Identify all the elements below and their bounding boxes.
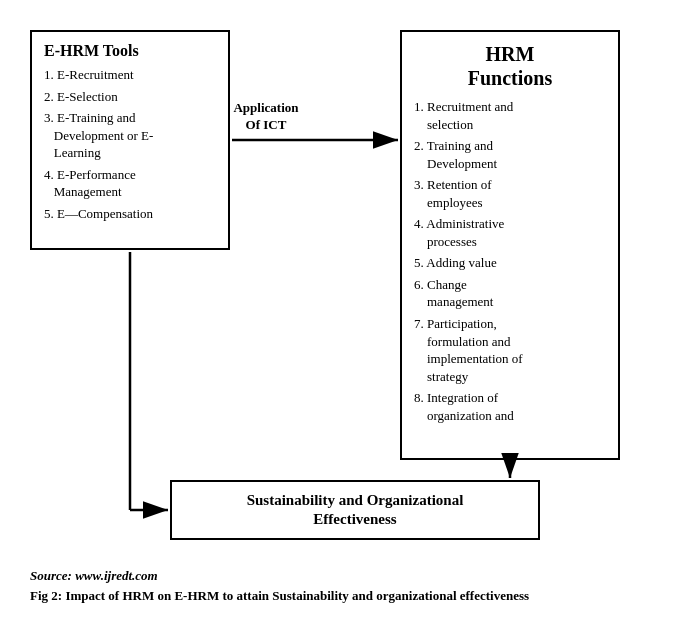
list-item: 4. E-Performance Management <box>44 166 216 201</box>
hrm-box: HRMFunctions 1. Recruitment and selectio… <box>400 30 620 460</box>
list-item: 1. E-Recruitment <box>44 66 216 84</box>
list-item: 7. Participation, formulation and implem… <box>414 315 606 385</box>
ehrm-box: E-HRM Tools 1. E-Recruitment 2. E-Select… <box>30 30 230 250</box>
source-label: Source: <box>30 568 72 583</box>
ehrm-title: E-HRM Tools <box>44 42 216 60</box>
list-item: 3. Retention of employees <box>414 176 606 211</box>
arrow-label: Application Of ICT <box>226 100 306 134</box>
list-item: 2. Training and Development <box>414 137 606 172</box>
caption: Fig 2: Impact of HRM on E-HRM to attain … <box>30 588 670 604</box>
list-item: 8. Integration of organization and <box>414 389 606 424</box>
list-item: 5. Adding value <box>414 254 606 272</box>
list-item: 2. E-Selection <box>44 88 216 106</box>
source-url: www.ijredt.com <box>75 568 158 583</box>
caption-prefix: Fig 2: <box>30 588 62 603</box>
diagram: E-HRM Tools 1. E-Recruitment 2. E-Select… <box>30 20 670 560</box>
list-item: 4. Administrative processes <box>414 215 606 250</box>
list-item: 6. Change management <box>414 276 606 311</box>
ehrm-list: 1. E-Recruitment 2. E-Selection 3. E-Tra… <box>44 66 216 222</box>
sustainability-text: Sustainability and OrganizationalEffecti… <box>247 491 464 530</box>
list-item: 5. E—Compensation <box>44 205 216 223</box>
hrm-list: 1. Recruitment and selection 2. Training… <box>414 98 606 424</box>
caption-text: Impact of HRM on E-HRM to attain Sustain… <box>65 588 529 603</box>
list-item: 1. Recruitment and selection <box>414 98 606 133</box>
source-line: Source: www.ijredt.com <box>30 568 670 584</box>
sustainability-box: Sustainability and OrganizationalEffecti… <box>170 480 540 540</box>
hrm-title: HRMFunctions <box>414 42 606 90</box>
list-item: 3. E-Training and Development or E- Lear… <box>44 109 216 162</box>
